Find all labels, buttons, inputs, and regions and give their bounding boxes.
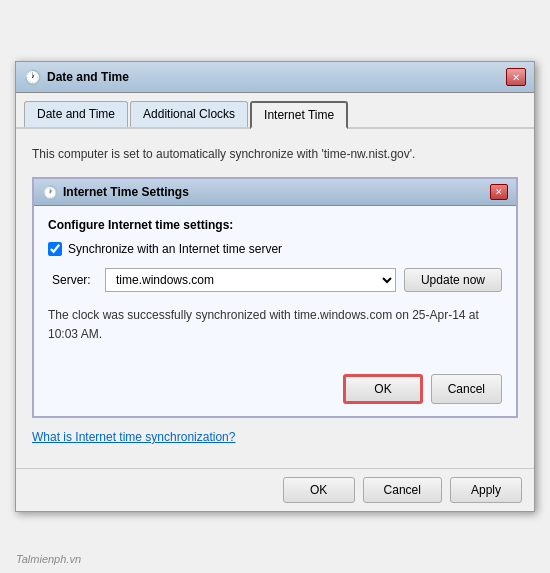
sync-status-text: The clock was successfully synchronized … <box>48 306 502 354</box>
checkbox-row: Synchronize with an Internet time server <box>48 242 502 256</box>
inner-title-text: Internet Time Settings <box>63 185 189 199</box>
inner-close-button[interactable]: ✕ <box>490 184 508 200</box>
watermark: Talmienph.vn <box>16 553 81 565</box>
inner-body: Configure Internet time settings: Synchr… <box>34 206 516 416</box>
internet-time-settings-dialog: 🕐 Internet Time Settings ✕ Configure Int… <box>32 177 518 418</box>
main-title-text: Date and Time <box>47 70 129 84</box>
footer-cancel-button[interactable]: Cancel <box>363 477 442 503</box>
main-dialog: 🕐 Date and Time ✕ Date and Time Addition… <box>15 61 535 512</box>
inner-ok-button[interactable]: OK <box>343 374 422 404</box>
main-close-button[interactable]: ✕ <box>506 68 526 86</box>
tabs-bar: Date and Time Additional Clocks Internet… <box>16 93 534 129</box>
footer-apply-button[interactable]: Apply <box>450 477 522 503</box>
tab-date-time[interactable]: Date and Time <box>24 101 128 127</box>
update-now-button[interactable]: Update now <box>404 268 502 292</box>
inner-buttons: OK Cancel <box>48 374 502 404</box>
what-is-link[interactable]: What is Internet time synchronization? <box>32 430 518 444</box>
tab-internet-time[interactable]: Internet Time <box>250 101 348 129</box>
inner-title-bar: 🕐 Internet Time Settings ✕ <box>34 179 516 206</box>
inner-title-left: 🕐 Internet Time Settings <box>42 185 189 200</box>
server-select[interactable]: time.windows.com time.nist.gov pool.ntp.… <box>105 268 396 292</box>
inner-clock-icon: 🕐 <box>42 185 58 200</box>
inner-cancel-button[interactable]: Cancel <box>431 374 502 404</box>
tab-content: This computer is set to automatically sy… <box>16 129 534 468</box>
tab-additional-clocks[interactable]: Additional Clocks <box>130 101 248 127</box>
server-label: Server: <box>52 273 97 287</box>
footer: OK Cancel Apply <box>16 468 534 511</box>
server-row: Server: time.windows.com time.nist.gov p… <box>48 268 502 292</box>
sync-checkbox[interactable] <box>48 242 62 256</box>
clock-icon: 🕐 <box>24 69 41 85</box>
main-title-bar: 🕐 Date and Time ✕ <box>16 62 534 93</box>
sync-info-text: This computer is set to automatically sy… <box>32 145 518 163</box>
footer-ok-button[interactable]: OK <box>283 477 355 503</box>
sync-checkbox-label: Synchronize with an Internet time server <box>68 242 282 256</box>
title-bar-left: 🕐 Date and Time <box>24 69 129 85</box>
configure-label: Configure Internet time settings: <box>48 218 502 232</box>
